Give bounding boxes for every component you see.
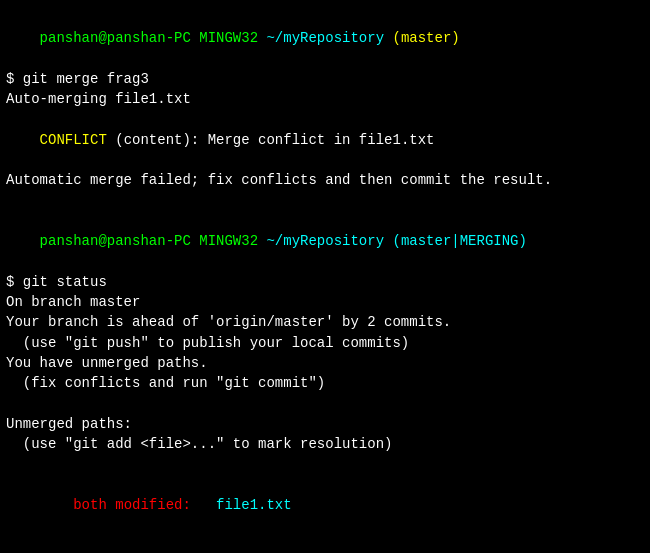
prompt-line-1: panshan@panshan-PC MINGW32 ~/myRepositor… — [6, 8, 644, 69]
prompt-path-1: ~/myRepository — [258, 30, 384, 46]
unmerged-paths-line: You have unmerged paths. — [6, 353, 644, 373]
automerge-line: Auto-merging file1.txt — [6, 89, 644, 109]
prompt-branch-1: (master) — [384, 30, 460, 46]
blank-2 — [6, 394, 644, 414]
blank-1 — [6, 191, 644, 211]
prompt-user-1: panshan@panshan-PC MINGW32 — [40, 30, 258, 46]
ahead-line: Your branch is ahead of 'origin/master' … — [6, 312, 644, 332]
prompt-line-2: panshan@panshan-PC MINGW32 ~/myRepositor… — [6, 211, 644, 272]
on-branch-line: On branch master — [6, 292, 644, 312]
unmerged-paths-header: Unmerged paths: — [6, 414, 644, 434]
blank-4 — [6, 536, 644, 553]
fix-conflicts-line: (fix conflicts and run "git commit") — [6, 373, 644, 393]
both-modified-line: both modified: file1.txt — [6, 475, 644, 536]
cmd-merge: $ git merge frag3 — [6, 69, 644, 89]
terminal-window: panshan@panshan-PC MINGW32 ~/myRepositor… — [0, 0, 650, 553]
use-push-line: (use "git push" to publish your local co… — [6, 333, 644, 353]
use-git-add-line: (use "git add <file>..." to mark resolut… — [6, 434, 644, 454]
prompt-branch-2: (master|MERGING) — [384, 233, 527, 249]
blank-3 — [6, 455, 644, 475]
prompt-user-2: panshan@panshan-PC MINGW32 — [40, 233, 258, 249]
both-modified-label: both modified: — [40, 497, 216, 513]
merge-failed-line: Automatic merge failed; fix conflicts an… — [6, 170, 644, 190]
conflict-detail: (content): Merge conflict in file1.txt — [107, 132, 435, 148]
modified-file: file1.txt — [216, 497, 292, 513]
cmd-status: $ git status — [6, 272, 644, 292]
prompt-path-2: ~/myRepository — [258, 233, 384, 249]
conflict-line: CONFLICT (content): Merge conflict in fi… — [6, 109, 644, 170]
conflict-keyword: CONFLICT — [40, 132, 107, 148]
